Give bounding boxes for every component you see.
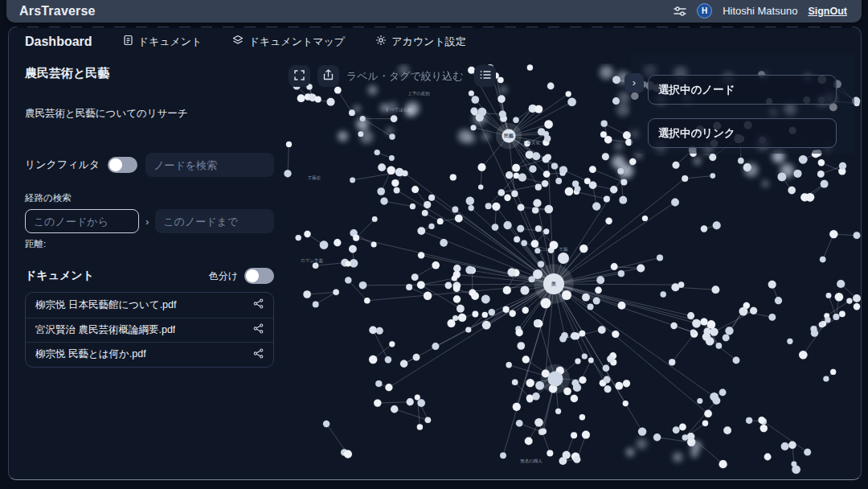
selected-link-label: 選択中のリンク [658,126,735,141]
color-code-toggle[interactable] [244,268,274,284]
node-search-input[interactable] [145,153,274,177]
export-button[interactable] [317,65,339,87]
link-filter-toggle[interactable] [108,157,137,173]
path-search-label: 経路の検索 [25,192,274,204]
project-sidebar: 農民芸術と民藝 農民芸術と民藝についてのリサーチ リンクフィルタ 経路の検索 ›… [17,60,282,368]
avatar[interactable]: H [697,3,712,18]
tab-account-settings-label: アカウント設定 [391,35,466,49]
document-name: 柳宗悦 民藝とは何か.pdf [35,347,146,361]
selected-link-box: 選択中のリンク [648,118,837,148]
svg-text:美: 美 [551,281,556,286]
graph-toolbar [289,65,496,87]
tab-document-map-label: ドキュメントマップ [248,35,345,49]
card-header: Dashboard ドキュメント ドキュメントマップ アカウント設定 [9,27,861,54]
svg-text:無名の職人: 無名の職人 [520,458,542,463]
fullscreen-icon [294,70,305,83]
share-nodes-icon [253,323,264,336]
svg-text:工藝文化: 工藝文化 [522,140,541,146]
user-name: Hitoshi Matsuno [723,5,797,17]
tab-documents[interactable]: ドキュメント [123,35,203,49]
svg-text:民藝: 民藝 [504,133,514,139]
selected-node-box: 選択中のノード [648,75,837,105]
document-icon [123,35,133,48]
share-graph-button[interactable] [253,323,264,336]
app-logo: ArsTraverse [19,4,96,18]
document-row[interactable]: 宮沢賢治 農民芸術概論綱要.pdf [26,318,273,343]
link-filter-label: リンクフィルタ [25,158,100,172]
dashboard-card: Dashboard ドキュメント ドキュメントマップ アカウント設定 [8,27,862,480]
signout-link[interactable]: SignOut [808,6,847,17]
chevron-right-icon: › [633,76,636,88]
document-name: 宮沢賢治 農民芸術概論綱要.pdf [35,323,175,337]
share-graph-button[interactable] [253,298,264,311]
svg-text:ロマン主義: ロマン主義 [301,258,323,264]
panel-collapse-button[interactable]: › [624,73,644,92]
distance-label: 距離: [25,238,274,250]
page-title: Dashboard [25,35,92,49]
path-arrow-icon: › [145,216,149,228]
share-graph-button[interactable] [253,348,264,361]
selected-node-label: 選択中のノード [658,83,735,97]
share-nodes-icon [253,298,264,311]
svg-text:工藝: 工藝 [559,247,569,252]
documents-heading: ドキュメント [25,269,94,283]
tab-account-settings[interactable]: アカウント設定 [375,35,466,49]
document-list: 柳宗悦 日本民藝館について.pdf 宮沢賢治 農民芸術概論綱要.pdf [25,292,274,368]
list-icon [480,70,491,82]
share-export-icon [323,69,334,83]
topbar: ArsTraverse H Hitoshi Matsuno SignOut [6,0,862,23]
layers-icon [232,35,244,48]
document-row[interactable]: 柳宗悦 日本民藝館について.pdf [26,293,273,318]
path-to-input[interactable] [155,209,274,233]
tab-documents-label: ドキュメント [138,35,203,49]
color-code-label: 色分け [209,269,238,283]
path-from-input[interactable] [25,209,139,233]
document-row[interactable]: 柳宗悦 民藝とは何か.pdf [26,342,273,367]
svg-text:上下の差別: 上下の差別 [407,91,430,97]
fullscreen-button[interactable] [289,65,310,87]
project-description: 農民芸術と民藝についてのリサーチ [25,107,274,121]
project-title: 農民芸術と民藝 [25,66,274,81]
settings-sliders-icon[interactable] [674,6,686,17]
document-name: 柳宗悦 日本民藝館について.pdf [35,298,177,312]
svg-text:工藝史: 工藝史 [308,175,321,181]
share-nodes-icon [253,348,264,361]
tab-document-map[interactable]: ドキュメントマップ [232,35,345,49]
node-list-button[interactable] [474,65,496,87]
gear-icon [375,35,387,48]
label-tag-filter-input[interactable] [346,70,467,82]
